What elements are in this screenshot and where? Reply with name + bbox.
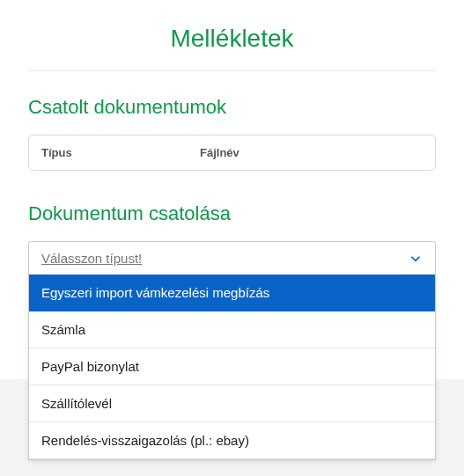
chevron-down-icon xyxy=(409,252,423,266)
type-select[interactable]: Válasszon típust! xyxy=(28,241,436,275)
type-option[interactable]: Rendelés-visszaigazolás (pl.: ebay) xyxy=(29,422,435,459)
type-option[interactable]: PayPal bizonylat xyxy=(29,348,435,385)
divider xyxy=(28,70,436,71)
column-header-filename: Fájlnév xyxy=(200,146,423,159)
page-title: Mellékletek xyxy=(28,25,436,53)
type-select-dropdown: Egyszeri import vámkezelési megbízásSzám… xyxy=(28,275,436,460)
type-option[interactable]: Szállítólevél xyxy=(29,385,435,422)
attach-doc-title: Dokumentum csatolása xyxy=(28,202,436,225)
column-header-type: Típus xyxy=(41,146,200,159)
type-option[interactable]: Egyszeri import vámkezelési megbízás xyxy=(29,275,435,311)
type-select-options-list[interactable]: Egyszeri import vámkezelési megbízásSzám… xyxy=(29,275,435,459)
type-select-placeholder: Válasszon típust! xyxy=(41,251,142,266)
type-option[interactable]: Számla xyxy=(29,311,435,348)
attached-docs-title: Csatolt dokumentumok xyxy=(28,96,436,119)
attached-docs-table-header: Típus Fájlnév xyxy=(28,135,436,171)
